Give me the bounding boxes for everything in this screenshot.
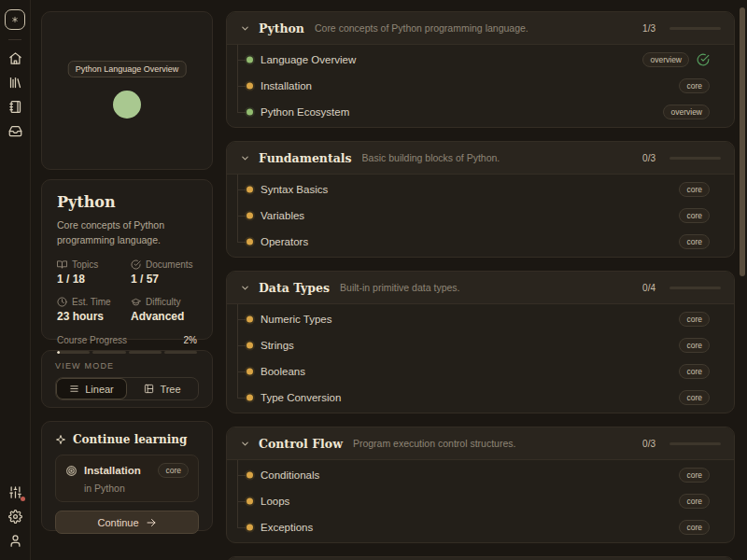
view-mode-option-label: Tree (160, 384, 180, 395)
nav-inbox-button[interactable] (3, 119, 27, 143)
lesson-status-dot (247, 213, 253, 219)
nav-settings-button[interactable] (3, 504, 27, 528)
section-progress-count: 0/3 (642, 153, 655, 163)
chevron-down-icon[interactable] (240, 153, 250, 163)
lesson-label: Python Ecosystem (261, 106, 663, 118)
lesson-row[interactable]: Conditionals core (227, 462, 734, 488)
scrollbar-track[interactable] (739, 0, 745, 560)
lesson-badge: core (679, 234, 710, 249)
section-title: Python (259, 21, 304, 35)
app-logo[interactable] (5, 9, 25, 30)
lesson-status-dot (247, 369, 253, 375)
nav-sliders-button[interactable] (3, 480, 27, 504)
lesson-row-right: core (679, 182, 710, 197)
lesson-badge: core (679, 182, 710, 197)
course-progress-value: 2% (184, 335, 197, 345)
section-header[interactable]: Data Types Built-in primitive data types… (227, 272, 734, 304)
graph-node[interactable] (113, 91, 141, 119)
lesson-row[interactable]: Operators core (227, 229, 734, 255)
course-progress-row: Course Progress 2% (57, 335, 197, 345)
completed-check-icon (697, 53, 710, 66)
next-lesson-badge: core (158, 463, 189, 478)
lesson-row[interactable]: Booleans core (227, 358, 734, 385)
stat-value: 23 hours (57, 310, 123, 323)
continue-button[interactable]: Continue (55, 511, 199, 534)
lesson-row-right: core (679, 494, 710, 509)
scrollbar-thumb[interactable] (740, 7, 745, 276)
next-lesson-card[interactable]: Installation core in Python (55, 455, 199, 502)
check-circle-icon (131, 259, 141, 270)
view-mode-linear-button[interactable]: Linear (56, 378, 127, 399)
course-sections: Python Core concepts of Python programmi… (226, 11, 735, 560)
book-open-icon (57, 259, 67, 270)
progress-segment (129, 351, 162, 354)
lesson-label: Installation (261, 80, 679, 91)
lesson-label: Strings (261, 340, 679, 351)
course-section: Data Types Built-in primitive data types… (226, 271, 735, 413)
arrow-right-icon (146, 517, 157, 528)
lesson-row[interactable]: Strings core (227, 332, 734, 358)
lesson-status-dot (247, 316, 253, 323)
lesson-row[interactable]: Type Conversion core (227, 385, 734, 411)
lesson-row[interactable]: Installation core (227, 73, 734, 99)
lesson-row[interactable]: Exceptions core (227, 514, 734, 540)
target-icon (65, 465, 78, 477)
nav-user-button[interactable] (3, 528, 27, 553)
lesson-row[interactable]: Python Ecosystem overview (227, 99, 734, 125)
sparkles-icon (55, 434, 66, 445)
lesson-badge: core (679, 312, 710, 327)
progress-segment (57, 351, 90, 354)
section-progress-bar (669, 442, 721, 445)
library-icon (8, 76, 22, 90)
section-items: Conditionals core Loops core Exceptions … (227, 460, 734, 542)
stat-value: 1 / 18 (57, 273, 123, 286)
stat-label-text: Topics (72, 259, 98, 270)
course-title: Python (57, 193, 197, 211)
progress-segment (92, 351, 125, 354)
nav-library-button[interactable] (3, 70, 27, 94)
lesson-label: Numeric Types (261, 314, 679, 325)
chevron-down-icon[interactable] (240, 23, 250, 34)
lesson-row[interactable]: Syntax Basics core (227, 176, 734, 203)
graph-node-label[interactable]: Python Language Overview (68, 61, 187, 77)
lesson-row[interactable]: Loops core (227, 488, 734, 514)
lesson-badge: core (679, 78, 710, 93)
stat-label-text: Difficulty (146, 297, 181, 307)
chevron-down-icon[interactable] (240, 283, 250, 293)
continue-learning-title: Continue learning (73, 433, 187, 446)
graduation-cap-icon (131, 297, 141, 307)
section-progress-count: 0/4 (642, 283, 655, 293)
nav-home-button[interactable] (3, 46, 27, 70)
rail-divider (8, 39, 21, 40)
lesson-row[interactable]: Language Overview overview (227, 47, 734, 73)
lesson-row-right: core (679, 338, 710, 353)
lesson-row[interactable]: Variables core (227, 203, 734, 229)
lesson-status-dot (247, 57, 253, 63)
rail-bottom-nav (3, 480, 27, 553)
view-mode-toggle: LinearTree (55, 377, 199, 400)
lesson-row-right: core (679, 390, 710, 405)
left-panel: Python Language Overview Python Core con… (41, 11, 213, 531)
course-progress-label: Course Progress (57, 335, 127, 345)
lesson-row[interactable]: Numeric Types core (227, 306, 734, 332)
section-title: Data Types (259, 281, 330, 295)
stat-label-text: Est. Time (72, 297, 111, 307)
nav-rail (0, 0, 31, 560)
chevron-down-icon[interactable] (240, 439, 250, 449)
asterisk-icon (11, 14, 19, 25)
lesson-row-right: core (679, 364, 710, 379)
lesson-badge: core (679, 494, 710, 509)
nav-notebook-button[interactable] (3, 94, 27, 119)
continue-learning-header: Continue learning (55, 433, 199, 446)
list-icon (69, 384, 79, 394)
inbox-icon (8, 124, 22, 138)
section-header[interactable]: Python Core concepts of Python programmi… (227, 12, 734, 45)
stat-label: Topics (57, 259, 123, 270)
view-mode-tree-button[interactable]: Tree (127, 378, 198, 399)
section-subtitle: Built-in primitive data types. (340, 282, 634, 293)
section-header[interactable]: Fundamentals Basic building blocks of Py… (227, 142, 734, 175)
lesson-status-dot (247, 472, 253, 479)
view-mode-card: VIEW MODE LinearTree (41, 350, 213, 408)
user-icon (8, 534, 22, 548)
section-header[interactable]: Control Flow Program execution control s… (227, 427, 734, 460)
